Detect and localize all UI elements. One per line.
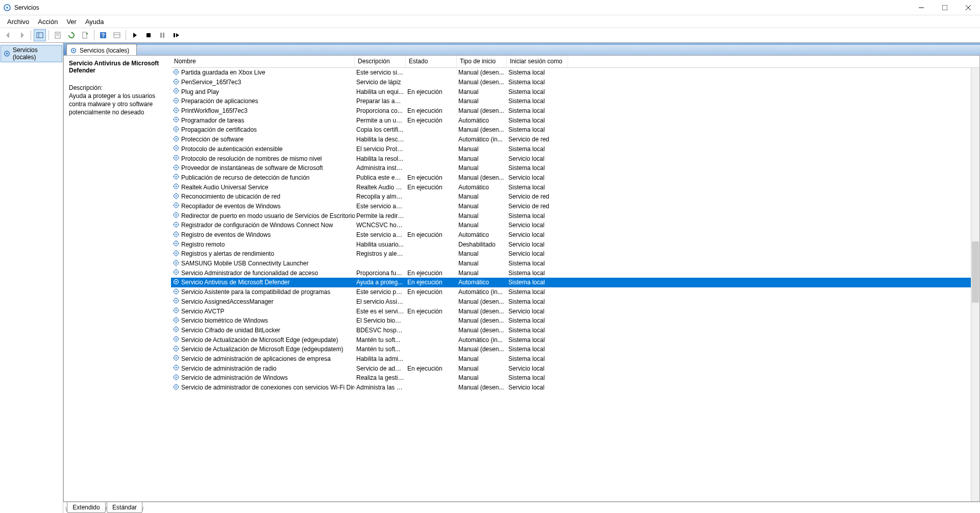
scrollbar-thumb[interactable] xyxy=(972,241,979,303)
service-row[interactable]: Servicio de Actualización de Microsoft E… xyxy=(171,335,979,345)
service-startup: Manual xyxy=(457,155,507,162)
properties-button[interactable] xyxy=(52,29,64,41)
service-row[interactable]: Propagación de certificadosCopia los cer… xyxy=(171,125,979,135)
col-startup[interactable]: Tipo de inicio xyxy=(457,56,507,67)
service-row[interactable]: Proveedor de instantáneas de software de… xyxy=(171,163,979,173)
service-row[interactable]: Preparación de aplicacionesPreparar las … xyxy=(171,96,979,106)
service-name-cell: Programador de tareas xyxy=(171,116,355,125)
menu-accion[interactable]: Acción xyxy=(34,17,62,27)
refresh-button[interactable] xyxy=(65,29,78,41)
restart-service-button[interactable] xyxy=(170,29,182,41)
service-row[interactable]: Servicio AVCTPEste es el servici...En ej… xyxy=(171,306,979,316)
service-row[interactable]: PrintWorkflow_165f7ec3Proporciona co...E… xyxy=(171,106,979,116)
tab-extended[interactable]: Extendido xyxy=(67,502,105,513)
window-title: Servicios xyxy=(14,4,910,11)
forward-button[interactable] xyxy=(16,29,28,41)
service-startup: Manual xyxy=(457,203,507,210)
service-logon: Sistema local xyxy=(507,79,568,86)
service-row[interactable]: Servicio de administración de radioServi… xyxy=(171,363,979,373)
show-hide-tree-button[interactable] xyxy=(34,29,46,41)
service-logon: Sistema local xyxy=(507,184,568,191)
menu-ayuda[interactable]: Ayuda xyxy=(81,17,108,27)
service-row[interactable]: Redirector de puerto en modo usuario de … xyxy=(171,211,979,221)
gear-icon xyxy=(173,316,181,325)
service-name-cell: Servicio de administración de radio xyxy=(171,364,355,373)
service-row[interactable]: Registrador de configuración de Windows … xyxy=(171,221,979,230)
service-row[interactable]: Registro remotoHabilita usuario...Deshab… xyxy=(171,239,979,249)
service-row[interactable]: Protocolo de resolución de nombres de mi… xyxy=(171,154,979,163)
service-row[interactable]: Recopilador de eventos de WindowsEste se… xyxy=(171,202,979,211)
col-description[interactable]: Descripción xyxy=(355,56,406,67)
service-row[interactable]: Servicio de administración de aplicacion… xyxy=(171,354,979,364)
service-row[interactable]: Servicio de administración de WindowsRea… xyxy=(171,373,979,383)
service-row[interactable]: Protocolo de autenticación extensibleEl … xyxy=(171,144,979,154)
svg-text:?: ? xyxy=(102,32,105,38)
service-name-cell: Servicio Antivirus de Microsoft Defender xyxy=(171,278,355,287)
svg-rect-17 xyxy=(160,33,162,38)
service-row[interactable]: Programador de tareasPermite a un us...E… xyxy=(171,115,979,125)
export-button[interactable] xyxy=(79,29,91,41)
vertical-scrollbar[interactable] xyxy=(971,68,979,501)
service-startup: Manual (desen... xyxy=(457,69,507,76)
service-row[interactable]: Servicio biométrico de WindowsEl Servici… xyxy=(171,316,979,326)
service-row[interactable]: Protección de softwareHabilita la desca.… xyxy=(171,135,979,144)
svg-point-145 xyxy=(175,262,177,263)
toolbar-icon[interactable] xyxy=(111,29,123,41)
maximize-button[interactable] xyxy=(933,0,957,15)
service-row[interactable]: Servicio Administrador de funcionalidad … xyxy=(171,268,979,278)
svg-point-195 xyxy=(175,348,177,349)
service-row[interactable]: PenService_165f7ec3Servicio de lápizManu… xyxy=(171,78,979,87)
help-button[interactable]: ? xyxy=(97,29,109,41)
gear-icon xyxy=(173,164,181,173)
col-logon[interactable]: Iniciar sesión como xyxy=(507,56,568,67)
gear-icon xyxy=(173,278,181,287)
service-name-cell: Proveedor de instantáneas de software de… xyxy=(171,164,355,173)
col-state[interactable]: Estado xyxy=(406,56,457,67)
svg-point-139 xyxy=(175,252,177,254)
service-row[interactable]: Partida guardada en Xbox LiveEste servic… xyxy=(171,68,979,78)
service-name-cell: Servicio de Actualización de Microsoft E… xyxy=(171,345,355,354)
service-row[interactable]: Registros y alertas de rendimientoRegist… xyxy=(171,249,979,259)
service-row[interactable]: Servicio de Actualización de Microsoft E… xyxy=(171,345,979,354)
service-startup: Deshabilitado xyxy=(457,241,507,248)
service-logon: Sistema local xyxy=(507,97,568,105)
service-row[interactable]: Reconocimiento de ubicación de redRecopi… xyxy=(171,192,979,202)
service-desc: Proporciona fun... xyxy=(355,270,406,277)
tab-standard[interactable]: Estándar xyxy=(107,502,142,513)
gear-icon xyxy=(70,47,77,54)
service-row[interactable]: Servicio Antivirus de Microsoft Defender… xyxy=(171,278,979,287)
service-row[interactable]: Servicio de administrador de conexiones … xyxy=(171,383,979,393)
service-row[interactable]: Registro de eventos de WindowsEste servi… xyxy=(171,230,979,240)
service-state: En ejecución xyxy=(406,308,457,315)
service-desc: Habilita usuario... xyxy=(355,241,406,248)
menu-archivo[interactable]: Archivo xyxy=(3,17,33,27)
content-header-fill xyxy=(137,45,980,55)
service-row[interactable]: Servicio AssignedAccessManagerEl servici… xyxy=(171,297,979,307)
col-name[interactable]: Nombre xyxy=(171,56,355,67)
service-row[interactable]: Servicio Asistente para la compatibilida… xyxy=(171,287,979,297)
toolbar-separator xyxy=(94,30,94,40)
back-button[interactable] xyxy=(2,29,14,41)
service-row[interactable]: SAMSUNG Mobile USB Connectivity Launcher… xyxy=(171,259,979,268)
minimize-button[interactable] xyxy=(910,0,933,15)
service-logon: Sistema local xyxy=(507,145,568,153)
svg-point-37 xyxy=(175,90,177,92)
service-row[interactable]: Servicio Cifrado de unidad BitLockerBDES… xyxy=(171,326,979,335)
stop-service-button[interactable] xyxy=(142,29,155,41)
start-service-button[interactable] xyxy=(129,29,141,41)
service-row[interactable]: Plug and PlayHabilita un equi...En ejecu… xyxy=(171,87,979,96)
service-name: Publicación de recurso de detección de f… xyxy=(181,174,310,181)
gear-icon xyxy=(173,126,181,134)
service-name: Programador de tareas xyxy=(181,117,244,124)
service-logon: Sistema local xyxy=(507,107,568,114)
service-desc: Publica este equ... xyxy=(355,174,406,181)
service-desc: Ayuda a proteg... xyxy=(355,279,406,286)
pause-service-button[interactable] xyxy=(156,29,168,41)
tree-root-services[interactable]: Servicios (locales) xyxy=(1,45,62,62)
service-name: Registrador de configuración de Windows … xyxy=(181,222,333,229)
service-row[interactable]: Publicación de recurso de detección de f… xyxy=(171,173,979,183)
service-row[interactable]: Realtek Audio Universal ServiceRealtek A… xyxy=(171,182,979,192)
menu-ver[interactable]: Ver xyxy=(62,17,81,27)
close-button[interactable] xyxy=(957,0,980,15)
service-name-cell: Servicio AssignedAccessManager xyxy=(171,297,355,306)
